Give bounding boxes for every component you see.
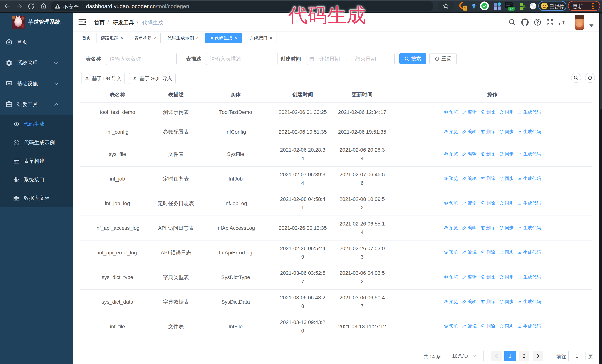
svg-text:on: on <box>510 7 514 10</box>
svg-text:1: 1 <box>464 7 466 10</box>
